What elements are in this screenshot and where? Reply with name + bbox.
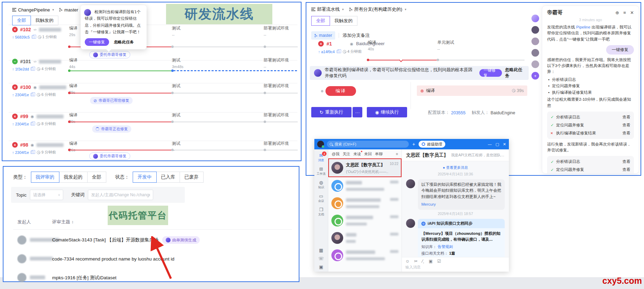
conversation-item[interactable] [328, 177, 402, 195]
run-id[interactable]: #100 [20, 84, 31, 90]
branch-filter-select[interactable]: 所有分支(有构建历史的) [354, 6, 403, 13]
copy-icon[interactable] [31, 151, 33, 154]
run-id[interactable]: #1 [327, 41, 332, 47]
user-avatar[interactable] [531, 26, 539, 34]
ignore-task-button[interactable]: 忽略此任务 [114, 40, 134, 45]
compile-stage-node[interactable]: 编译 [325, 86, 356, 96]
sort-icon[interactable]: ▲▼ [72, 221, 74, 224]
commit-link[interactable]: ↑ 2304f1e [12, 122, 33, 126]
filter-menu-icon[interactable]: ≡ [396, 152, 398, 156]
tab-my-submissions[interactable]: 我发起的 [59, 172, 88, 183]
kb-link[interactable]: 告警规则 [438, 245, 453, 249]
one-click-fix-button[interactable]: 一键修复 [479, 69, 502, 77]
conversation-item[interactable] [328, 229, 402, 247]
tab-my-reviews[interactable]: 我评审的 [31, 172, 59, 183]
message-input[interactable] [405, 265, 475, 269]
ignore-task-button[interactable]: 忽略此任务 [505, 67, 525, 79]
branch-select[interactable]: master [64, 7, 78, 13]
view-link[interactable]: 查看 [622, 131, 630, 136]
calendar-icon[interactable]: ▦ [318, 248, 324, 253]
view-link[interactable]: 查看 [622, 115, 630, 120]
user-avatar[interactable] [531, 49, 539, 57]
pipeline-name-select[interactable]: ChangePipeline [18, 7, 50, 13]
file-icon[interactable]: ▣ [429, 259, 432, 264]
tab-all[interactable]: 全部 [311, 16, 330, 26]
commit-link[interactable]: ↑ 2304f1e [12, 93, 33, 97]
filter-at-me[interactable]: @我 [332, 151, 339, 157]
fixing-badge[interactable]: 帝霸哥正在修复 [92, 125, 131, 133]
maximize-button[interactable]: ▢ [495, 142, 499, 147]
tab-triggered-by-me[interactable]: 我触发的 [330, 16, 357, 26]
commit-link[interactable]: ↑ 1f3e2dd [12, 67, 33, 71]
rail-item-workflow[interactable]: ⊞工作流 [314, 165, 328, 178]
phone-icon[interactable]: ☏ [318, 256, 324, 261]
filter-follow[interactable]: 关注 [342, 151, 350, 157]
one-click-fix-button[interactable]: 一键修复 [85, 38, 109, 46]
delegate-fix-badge[interactable]: 委托帝霸哥修复 [89, 152, 130, 160]
emoji-icon[interactable]: ☺ [405, 259, 410, 264]
pipeline-name-select[interactable]: 部署流水线 [317, 6, 340, 13]
stage-detail-row[interactable]: ⊗ 编译 39s [417, 85, 527, 96]
assistant-avatar[interactable] [531, 15, 539, 22]
screenshot-icon[interactable]: ✂ [414, 259, 418, 264]
todo-icon[interactable]: ☑ [437, 259, 441, 264]
add-button[interactable]: + [412, 141, 415, 147]
topic-select[interactable]: 请选择∨ [30, 190, 63, 200]
tab-triggered-by-me[interactable]: 我触发的 [31, 16, 58, 25]
user-avatar[interactable] [317, 141, 324, 148]
conversation-item[interactable] [328, 247, 402, 264]
search-input[interactable]: 搜索 (Ctrl+F) [327, 141, 409, 148]
commit-link[interactable]: ↑ 2304f1e [12, 150, 33, 155]
list-icon[interactable]: ≡ [624, 10, 626, 15]
more-actions-button[interactable]: ··· [353, 107, 362, 117]
keyword-input[interactable] [88, 190, 153, 200]
config-version-value[interactable]: 203555 [451, 110, 466, 115]
branch-tag[interactable]: master [311, 31, 335, 40]
copy-icon[interactable] [31, 93, 33, 96]
view-link[interactable]: 查看 [622, 159, 630, 164]
target-icon[interactable]: ⊕ [616, 10, 619, 15]
add-branch-note-link[interactable]: 添加分支备注 [342, 32, 370, 39]
rail-item-knowledge[interactable]: ◍知识 [314, 178, 328, 192]
run-id[interactable]: #101 [20, 59, 31, 64]
column-subject[interactable]: 评审主题▲▼ [52, 219, 74, 225]
rerun-button[interactable]: ↻重新执行 [311, 107, 352, 117]
close-icon[interactable]: ✕ [630, 10, 634, 15]
fixed-badge[interactable]: ⊘帝霸哥已帮您修复 [90, 97, 133, 104]
close-button[interactable]: ✕ [503, 142, 506, 147]
filter-unread[interactable]: 未读 [353, 151, 361, 157]
delegate-fix-badge[interactable]: 委托帝霸哥修复 [89, 51, 130, 58]
tab-in-development[interactable]: 开发中 [133, 172, 157, 183]
clipboard-icon[interactable]: ▣ [318, 264, 324, 270]
conversation-item[interactable] [328, 195, 402, 212]
run-id[interactable]: #99 [20, 114, 28, 119]
rail-item-docs[interactable]: ❒文档 [314, 205, 328, 219]
commit-link[interactable]: ↑ 56839c5 [12, 35, 34, 39]
filter-unreplied[interactable]: 未回 [364, 151, 372, 157]
copy-icon[interactable] [31, 122, 33, 125]
copy-icon[interactable] [32, 35, 34, 39]
view-link[interactable]: 查看 [622, 123, 630, 128]
filter-direct[interactable]: 单聊 [375, 151, 382, 157]
rail-item-meeting[interactable]: ▭会议 [314, 192, 328, 205]
run-id[interactable]: #102 [20, 27, 31, 32]
run-id[interactable]: #98 [20, 142, 28, 148]
super-assistant-button[interactable]: 超级助理 [419, 141, 445, 148]
mercury-link[interactable]: Mercury [421, 201, 436, 207]
add-assistant-button[interactable]: + [531, 72, 539, 80]
conversation-item[interactable] [328, 212, 402, 229]
user-avatar[interactable] [531, 60, 539, 68]
load-more-link[interactable]: ● 查看更多消息 [406, 165, 505, 170]
conversation-item-active[interactable]: 文思匠【数字员工】('OωO')小A突然死机——.. 10:22 [328, 158, 402, 177]
copy-icon[interactable] [31, 67, 33, 71]
code-snippet-icon[interactable]: ⁄˯ [422, 259, 424, 264]
tab-merged[interactable]: 已入库 [156, 172, 180, 183]
continue-button[interactable]: ◉继续执行 [367, 107, 407, 117]
tab-abandoned[interactable]: 已废弃 [180, 172, 204, 183]
review-subject[interactable]: mpks-1916 [任务] 测试iDataset [52, 275, 116, 280]
commit-link[interactable]: ↑ a14f9c4 [318, 50, 339, 54]
copy-icon[interactable] [337, 50, 339, 53]
minimize-button[interactable]: — [488, 142, 492, 147]
rail-item-messages[interactable]: ✉消息4 [314, 151, 328, 165]
pipeline-link[interactable]: Pipeline [576, 25, 591, 29]
